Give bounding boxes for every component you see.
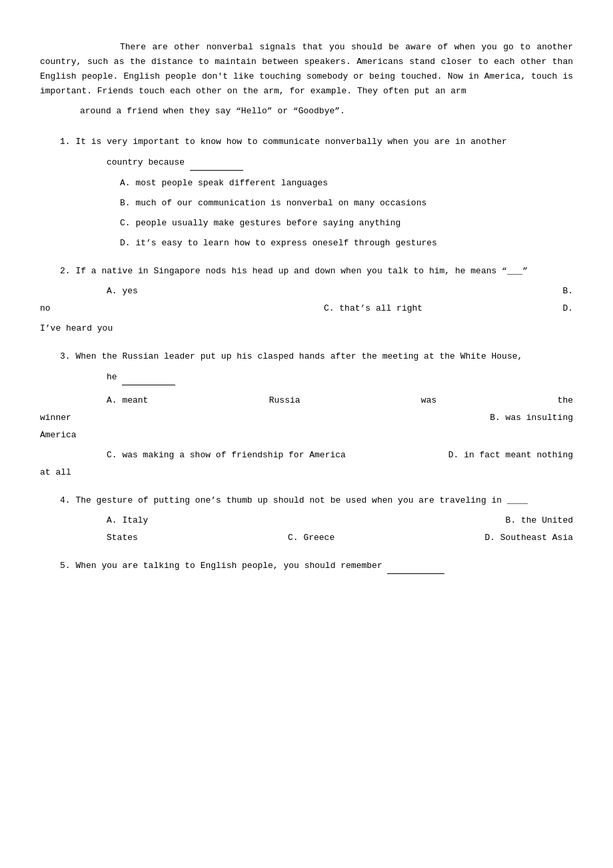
option-4b-states: States [107,531,138,545]
option-3c: C. was making a show of friendship for A… [107,448,346,463]
option-1d: D. it’s easy to learn how to express one… [120,236,573,251]
option-3d: D. in fact meant nothing [448,448,573,463]
option-1c: C. people usually make gestures before s… [120,216,573,231]
question-3-options-row4: C. was making a show of friendship for A… [107,448,573,463]
option-2c: C. that’s all right [324,301,422,316]
document-body: There are other nonverbal signals that y… [40,40,573,574]
option-4b: B. the United [506,513,573,528]
option-2b-no: no [40,301,51,316]
option-3a-start: A. meant [107,393,148,408]
option-1b: B. much of our communication is nonverba… [120,196,573,211]
blank-1 [190,155,243,171]
option-2d-text: I’ve heard you [40,323,113,333]
question-4-text: 4. The gesture of putting one’s thumb up… [60,493,573,508]
option-2a: A. yes [107,284,138,299]
question-5-text: 5. When you are talking to English peopl… [60,559,573,574]
question-1-options: A. most people speak different languages… [120,176,573,251]
option-3a-mid: Russia [269,393,301,408]
question-5: 5. When you are talking to English peopl… [40,559,573,574]
option-3a-was: was [421,393,436,408]
question-3-subtext: he [107,370,573,385]
question-2-options-row2: no C. that’s all right D. [40,301,573,316]
option-1a: A. most people speak different languages [120,176,573,191]
question-4-options-row1: A. Italy B. the United [107,513,573,528]
question-3-options-row5: at all [40,465,573,480]
question-4-options-row2: States C. Greece D. Southeast Asia [40,531,573,545]
question-3-options-row2: winner B. was insulting [40,411,573,425]
friend-line: around a friend when they say “Hello” or… [80,104,573,119]
option-4a: A. Italy [107,513,148,528]
question-2-options-row3: I’ve heard you [40,321,573,336]
option-3d-cont: at all [40,467,71,477]
question-3-options-row3: America [40,428,573,443]
question-1-subtext: country because [107,155,573,171]
option-3b-cont: America [40,430,77,440]
option-3a-the: the [558,393,573,408]
question-3: 3. When the Russian leader put up his cl… [40,349,573,480]
question-2-options-row1: A. yes B. [107,284,573,299]
question-1-text: 1. It is very important to know how to c… [60,135,573,149]
question-3-text: 3. When the Russian leader put up his cl… [60,349,573,364]
option-4d: D. Southeast Asia [484,531,573,545]
option-3a-winner: winner [40,411,71,425]
question-2-text: 2. If a native in Singapore nods his hea… [60,264,573,279]
blank-5 [387,559,444,574]
question-2: 2. If a native in Singapore nods his hea… [40,264,573,336]
blank-3 [122,370,175,385]
option-3b: B. was insulting [490,411,573,425]
option-2b-label: B. [562,284,573,299]
intro-line1: There are other nonverbal signals that y… [40,40,573,99]
intro-text: There are other nonverbal signals that y… [40,40,573,119]
question-3-options-row1: A. meant Russia was the [107,393,573,408]
question-4: 4. The gesture of putting one’s thumb up… [40,493,573,545]
question-1: 1. It is very important to know how to c… [40,135,573,251]
option-4c: C. Greece [288,531,334,545]
option-2d-label: D. [562,301,573,316]
